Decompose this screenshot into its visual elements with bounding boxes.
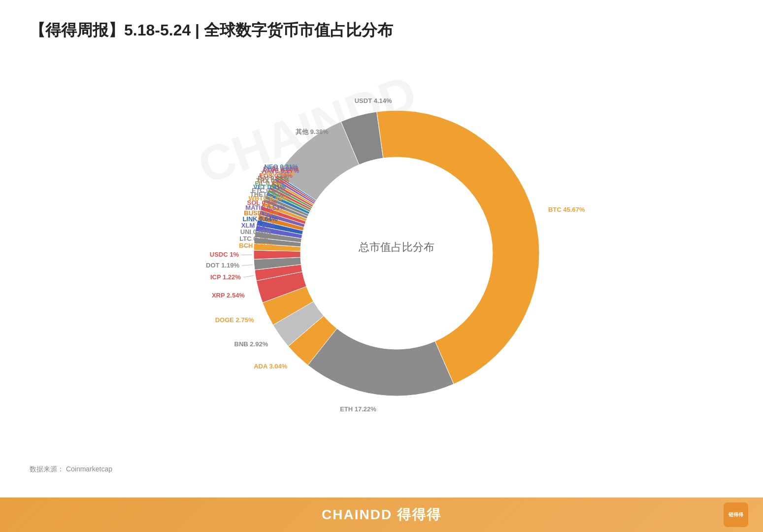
donut-hole bbox=[300, 157, 493, 349]
svg-text:XLM 0.66%: XLM 0.66% bbox=[241, 222, 274, 229]
svg-text:BNB 2.92%: BNB 2.92% bbox=[234, 340, 268, 348]
svg-text:LTC 0.7%: LTC 0.7% bbox=[239, 235, 268, 242]
svg-text:BCH 0.75%: BCH 0.75% bbox=[239, 242, 273, 249]
svg-text:其他 9.38%: 其他 9.38% bbox=[296, 128, 329, 135]
page-title: 【得得周报】5.18-5.24 | 全球数字货币市值占比分布 bbox=[30, 20, 733, 41]
main-container: 【得得周报】5.18-5.24 | 全球数字货币市值占比分布 CHAINDD 得… bbox=[0, 0, 763, 532]
svg-text:UNI 0.68%: UNI 0.68% bbox=[240, 228, 271, 235]
svg-text:ICP 1.22%: ICP 1.22% bbox=[210, 273, 240, 281]
svg-text:XRP 2.54%: XRP 2.54% bbox=[211, 292, 244, 299]
donut-chart: CHAINDD 得得得 BTC 45.67%ETH 17.22%ADA 3.04… bbox=[160, 56, 603, 460]
svg-text:DOT 1.19%: DOT 1.19% bbox=[206, 262, 239, 269]
svg-line-7 bbox=[243, 275, 254, 277]
svg-text:DOGE 2.75%: DOGE 2.75% bbox=[215, 316, 254, 324]
chart-container: CHAINDD 得得得 BTC 45.67%ETH 17.22%ADA 3.04… bbox=[30, 56, 733, 460]
footer-logo-text: 链得得 bbox=[729, 511, 743, 518]
footer-bar: CHAINDD 得得得 链得得 bbox=[0, 498, 763, 532]
center-text-label: 总市值占比分布 bbox=[358, 241, 434, 253]
data-source: 数据来源： Coinmarketcap bbox=[30, 465, 733, 474]
footer-logo: 链得得 bbox=[724, 502, 748, 527]
svg-text:ADA 3.04%: ADA 3.04% bbox=[254, 363, 288, 370]
footer-brand: CHAINDD 得得得 bbox=[322, 505, 441, 524]
svg-line-9 bbox=[242, 265, 253, 266]
svg-text:USDC 1%: USDC 1% bbox=[209, 251, 239, 258]
svg-text:NEO 0.21%: NEO 0.21% bbox=[264, 163, 298, 170]
content-area: 【得得周报】5.18-5.24 | 全球数字货币市值占比分布 CHAINDD 得… bbox=[0, 0, 763, 498]
svg-text:BTC 45.67%: BTC 45.67% bbox=[548, 206, 585, 213]
svg-text:USDT 4.14%: USDT 4.14% bbox=[354, 97, 392, 104]
svg-text:ETH 17.22%: ETH 17.22% bbox=[340, 405, 376, 413]
